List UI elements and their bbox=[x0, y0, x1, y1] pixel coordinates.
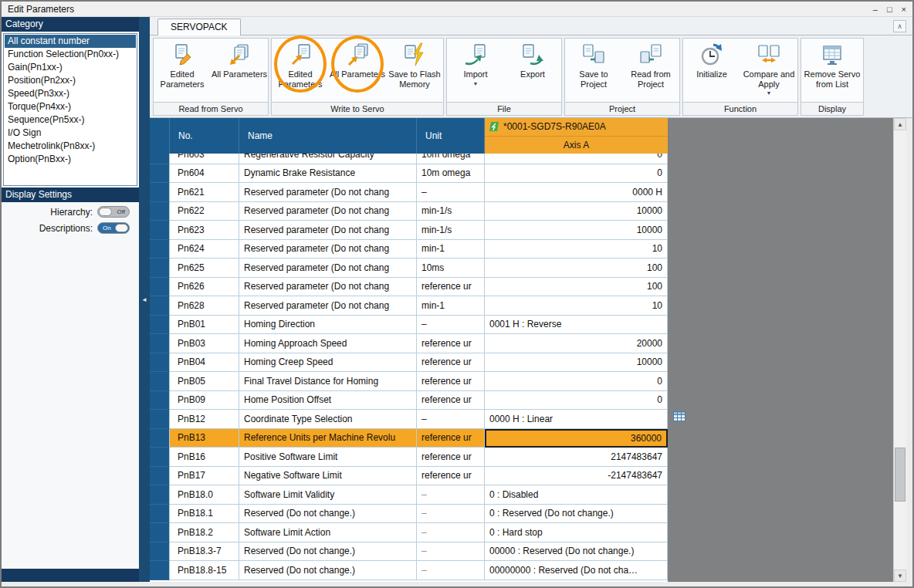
row-selector[interactable] bbox=[150, 410, 170, 429]
cell-value[interactable]: 10 bbox=[485, 240, 668, 259]
cell-no[interactable]: Pn626 bbox=[170, 278, 239, 297]
category-item-torque-pn4xx[interactable]: Torque(Pn4xx-) bbox=[5, 100, 136, 113]
category-item-position-pn2xx[interactable]: Position(Pn2xx-) bbox=[5, 74, 136, 87]
function-compare-and-apply-button[interactable]: Compare and Apply▼ bbox=[740, 39, 797, 102]
cell-no[interactable]: Pn621 bbox=[170, 183, 239, 202]
row-selector[interactable] bbox=[150, 259, 170, 278]
cell-edit-grid-icon[interactable] bbox=[673, 411, 686, 421]
cell-name[interactable]: Home Position Offset bbox=[239, 391, 417, 411]
cell-value[interactable]: 0001 H : Reverse bbox=[485, 316, 668, 335]
cell-value[interactable]: 10 bbox=[485, 296, 668, 316]
close-button[interactable]: × bbox=[902, 2, 906, 16]
row-selector[interactable] bbox=[150, 542, 170, 562]
cell-value[interactable]: -2147483647 bbox=[485, 467, 668, 486]
cell-unit[interactable]: min-1/s bbox=[417, 202, 485, 221]
cell-no[interactable]: Pn604 bbox=[170, 164, 239, 184]
cell-unit[interactable]: reference ur bbox=[417, 278, 485, 297]
cell-unit[interactable]: – bbox=[417, 183, 485, 202]
cell-unit[interactable]: 10ms bbox=[417, 259, 485, 278]
cell-value[interactable]: 00000 : Reserved (Do not change.) bbox=[485, 542, 668, 562]
table-row-pn626[interactable]: Pn626Reserved parameter (Do not changref… bbox=[150, 278, 668, 297]
cell-name[interactable]: Software Limit Action bbox=[239, 523, 417, 542]
project-read-from-project-button[interactable]: Read from Project bbox=[622, 39, 679, 102]
cell-no[interactable]: Pn623 bbox=[170, 221, 239, 240]
cell-name[interactable]: Reserved parameter (Do not chang bbox=[239, 259, 417, 278]
table-row-pnb18-2[interactable]: PnB18.2Software Limit Action–0 : Hard st… bbox=[150, 523, 668, 542]
table-row-pn621[interactable]: Pn621Reserved parameter (Do not chang–00… bbox=[150, 183, 668, 202]
cell-name[interactable]: Reference Units per Machine Revolu bbox=[239, 429, 417, 448]
table-row-pnb09[interactable]: PnB09Home Position Offsetreference ur0 bbox=[150, 391, 668, 411]
cell-value[interactable]: 10000 bbox=[485, 353, 668, 373]
row-selector[interactable] bbox=[150, 391, 170, 411]
cell-name[interactable]: Reserved (Do not change.) bbox=[239, 505, 417, 524]
cell-no[interactable]: PnB17 bbox=[170, 467, 239, 486]
project-save-to-project-button[interactable]: Save to Project bbox=[565, 39, 622, 102]
cell-value[interactable]: 10000 bbox=[485, 221, 668, 240]
display-remove-servo-from-list-button[interactable]: Remove Servo from List bbox=[801, 39, 863, 102]
cell-no[interactable]: PnB18.8-15 bbox=[170, 561, 239, 580]
row-selector[interactable] bbox=[150, 448, 170, 467]
cell-name[interactable]: Homing Approach Speed bbox=[239, 334, 417, 353]
cell-unit[interactable]: 10m omega bbox=[417, 164, 485, 184]
write-to-servo-edited-parameters-button[interactable]: Edited Parameters bbox=[272, 39, 329, 102]
cell-value[interactable]: 0000 H bbox=[485, 183, 668, 202]
category-item-i-o-sign[interactable]: I/O Sign bbox=[5, 127, 136, 140]
vertical-scrollbar[interactable]: ▲ ▼ bbox=[893, 118, 906, 582]
cell-name[interactable]: Reserved (Do not change.) bbox=[239, 542, 417, 562]
cell-name[interactable]: Negative Software Limit bbox=[239, 467, 417, 486]
category-item-gain-pn1xx[interactable]: Gain(Pn1xx-) bbox=[5, 61, 136, 74]
ribbon-collapse-button[interactable]: ∧ bbox=[893, 20, 906, 32]
row-selector[interactable] bbox=[150, 183, 170, 202]
cell-name[interactable]: Reserved parameter (Do not chang bbox=[239, 183, 417, 202]
cell-name[interactable]: Homing Direction bbox=[239, 316, 417, 335]
read-from-servo-all-parameters-button[interactable]: All Parameters bbox=[211, 39, 268, 102]
column-header-unit[interactable]: Unit bbox=[417, 118, 485, 154]
cell-no[interactable]: PnB18.0 bbox=[170, 485, 239, 505]
category-item-sequence-pn5xx[interactable]: Sequence(Pn5xx-) bbox=[5, 113, 136, 127]
cell-unit[interactable]: – bbox=[417, 561, 485, 580]
file-import-button[interactable]: Import▼ bbox=[447, 39, 504, 102]
cell-name[interactable]: Dynamic Brake Resistance bbox=[239, 164, 417, 184]
cell-no[interactable]: PnB16 bbox=[170, 448, 239, 467]
cell-unit[interactable]: reference ur bbox=[417, 448, 485, 467]
row-selector[interactable] bbox=[150, 485, 170, 505]
maximize-button[interactable]: □ bbox=[887, 2, 892, 16]
scroll-down-arrow[interactable]: ▼ bbox=[894, 569, 906, 582]
cell-no[interactable]: Pn624 bbox=[170, 240, 239, 259]
write-to-servo-all-parameters-button[interactable]: All Parameters bbox=[329, 39, 386, 102]
cell-unit[interactable]: – bbox=[417, 505, 485, 524]
row-selector[interactable] bbox=[150, 523, 170, 542]
cell-no[interactable]: PnB18.1 bbox=[170, 505, 239, 524]
cell-no[interactable]: PnB01 bbox=[170, 316, 239, 335]
minimize-button[interactable]: – bbox=[873, 2, 878, 16]
row-selector[interactable] bbox=[150, 334, 170, 353]
cell-value[interactable]: 0 bbox=[485, 154, 668, 164]
cell-name[interactable]: Homing Creep Speed bbox=[239, 353, 417, 373]
cell-unit[interactable]: reference ur bbox=[417, 467, 485, 486]
sidebar-collapse-strip[interactable]: ◄ bbox=[139, 17, 150, 582]
cell-no[interactable]: Pn603 bbox=[170, 154, 239, 164]
cell-unit[interactable]: min-1 bbox=[417, 296, 485, 316]
row-selector[interactable] bbox=[150, 505, 170, 524]
cell-unit[interactable]: – bbox=[417, 542, 485, 562]
function-initialize-button[interactable]: Initialize bbox=[683, 39, 740, 102]
cell-name[interactable]: Reserved parameter (Do not chang bbox=[239, 278, 417, 297]
cell-value[interactable]: 2147483647 bbox=[485, 448, 668, 467]
cell-value[interactable]: 0 bbox=[485, 372, 668, 391]
category-item-all-constant-number[interactable]: All constant number bbox=[5, 35, 136, 48]
cell-no[interactable]: PnB09 bbox=[170, 391, 239, 411]
cell-name[interactable]: Final Travel Distance for Homing bbox=[239, 372, 417, 391]
table-row-pn604[interactable]: Pn604Dynamic Brake Resistance10m omega0 bbox=[150, 164, 668, 184]
cell-value[interactable]: 0000 H : Linear bbox=[485, 410, 668, 429]
cell-no[interactable]: PnB12 bbox=[170, 410, 239, 429]
cell-no[interactable]: Pn625 bbox=[170, 259, 239, 278]
column-header-name[interactable]: Name bbox=[239, 118, 417, 154]
cell-value[interactable]: 100 bbox=[485, 259, 668, 278]
cell-unit[interactable]: reference ur bbox=[417, 372, 485, 391]
scrollbar-thumb[interactable] bbox=[895, 448, 906, 502]
table-row-pn603[interactable]: Pn603Regenerative Resistor Capacity10m o… bbox=[150, 154, 668, 164]
table-row-pnb13[interactable]: PnB13Reference Units per Machine Revolur… bbox=[150, 429, 668, 448]
cell-unit[interactable]: – bbox=[417, 410, 485, 429]
row-selector[interactable] bbox=[150, 278, 170, 297]
cell-name[interactable]: Regenerative Resistor Capacity bbox=[239, 154, 417, 164]
